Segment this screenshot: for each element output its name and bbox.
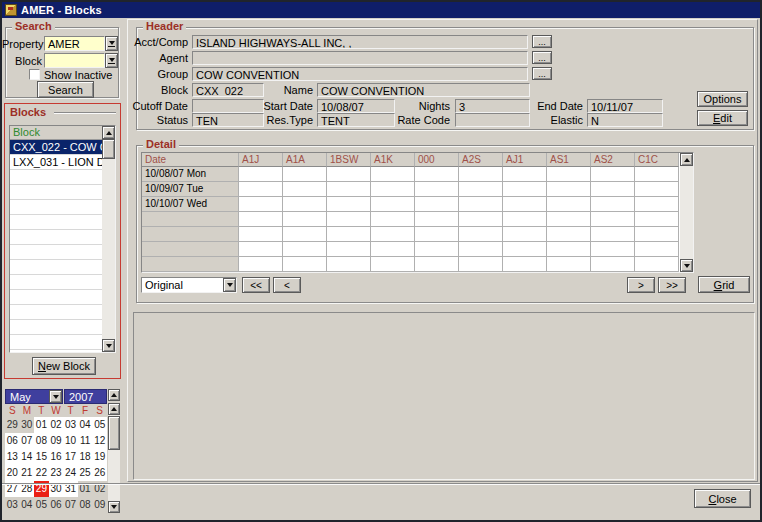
detail-data-cell[interactable] <box>635 212 679 227</box>
calendar-month-dropdown-button[interactable] <box>49 390 62 403</box>
calendar-day[interactable]: 04 <box>78 417 93 433</box>
calendar-day[interactable]: 07 <box>63 497 78 513</box>
detail-data-cell[interactable] <box>503 227 547 242</box>
scrollbar-thumb[interactable] <box>102 139 115 159</box>
calendar-day[interactable]: 29 <box>5 417 20 433</box>
calendar-scrollbar[interactable] <box>108 403 120 513</box>
block-list-item[interactable]: LXX_031 - LION DO <box>10 155 103 170</box>
calendar-day[interactable]: 12 <box>92 433 107 449</box>
detail-data-cell[interactable] <box>459 212 503 227</box>
rate-code-field[interactable] <box>455 113 530 127</box>
detail-data-cell[interactable] <box>635 167 679 182</box>
block-list-item[interactable] <box>10 335 103 350</box>
calendar-day[interactable]: 25 <box>78 465 93 481</box>
detail-data-cell[interactable] <box>327 242 371 257</box>
detail-data-cell[interactable] <box>459 242 503 257</box>
detail-data-cell[interactable] <box>503 257 547 272</box>
next-page-button[interactable]: > <box>627 277 655 293</box>
detail-data-cell[interactable] <box>283 167 327 182</box>
block-list-item[interactable] <box>10 215 103 230</box>
last-page-button[interactable]: >> <box>658 277 686 293</box>
new-block-button[interactable]: New Block <box>32 357 96 375</box>
name-field[interactable]: COW CONVENTION <box>317 83 530 97</box>
calendar-day[interactable]: 01 <box>34 417 49 433</box>
scroll-down-button[interactable] <box>108 501 120 513</box>
detail-data-cell[interactable] <box>591 182 635 197</box>
property-input[interactable]: AMER <box>44 36 105 51</box>
detail-data-cell[interactable] <box>635 197 679 212</box>
acct-comp-browse-button[interactable]: ... <box>532 35 552 48</box>
calendar-day[interactable]: 16 <box>49 449 64 465</box>
detail-data-cell[interactable] <box>591 227 635 242</box>
detail-data-cell[interactable] <box>327 167 371 182</box>
block-list-item[interactable] <box>10 170 103 185</box>
detail-data-cell[interactable] <box>547 257 591 272</box>
block-list-item[interactable] <box>10 275 103 290</box>
calendar-day[interactable]: 09 <box>49 433 64 449</box>
detail-data-cell[interactable] <box>635 242 679 257</box>
detail-data-cell[interactable] <box>239 197 283 212</box>
calendar-day[interactable]: 24 <box>63 465 78 481</box>
calendar-year-field[interactable]: 2007 <box>64 389 107 404</box>
calendar-day[interactable]: 03 <box>5 497 20 513</box>
detail-data-cell[interactable] <box>239 167 283 182</box>
detail-data-cell[interactable] <box>415 197 459 212</box>
detail-data-cell[interactable] <box>635 227 679 242</box>
detail-data-cell[interactable] <box>239 212 283 227</box>
calendar-day[interactable]: 08 <box>78 497 93 513</box>
detail-data-cell[interactable] <box>459 167 503 182</box>
detail-data-cell[interactable] <box>283 182 327 197</box>
blocks-list-scrollbar[interactable] <box>102 126 115 352</box>
detail-data-cell[interactable] <box>371 182 415 197</box>
detail-data-cell[interactable] <box>591 257 635 272</box>
agent-field[interactable] <box>192 51 528 65</box>
calendar-day[interactable]: 10 <box>63 433 78 449</box>
options-button[interactable]: Options <box>697 91 748 107</box>
detail-data-cell[interactable] <box>239 242 283 257</box>
calendar-day[interactable]: 06 <box>49 497 64 513</box>
block-list-item[interactable] <box>10 200 103 215</box>
detail-data-cell[interactable] <box>327 227 371 242</box>
detail-data-cell[interactable] <box>415 227 459 242</box>
detail-data-cell[interactable] <box>459 257 503 272</box>
detail-data-cell[interactable] <box>547 227 591 242</box>
end-date-field[interactable]: 10/11/07 <box>587 99 663 113</box>
block-search-input[interactable] <box>44 53 105 68</box>
agent-browse-button[interactable]: ... <box>532 51 552 64</box>
detail-data-cell[interactable] <box>591 167 635 182</box>
scroll-down-button[interactable] <box>102 339 115 352</box>
show-inactive-checkbox[interactable] <box>29 69 40 80</box>
detail-data-cell[interactable] <box>283 242 327 257</box>
detail-data-cell[interactable] <box>503 182 547 197</box>
detail-table-scrollbar[interactable] <box>680 153 693 272</box>
detail-data-cell[interactable] <box>371 197 415 212</box>
detail-data-cell[interactable] <box>371 242 415 257</box>
title-bar[interactable]: AMER - Blocks <box>2 2 760 18</box>
detail-data-cell[interactable] <box>547 212 591 227</box>
calendar-day[interactable]: 06 <box>5 433 20 449</box>
detail-data-cell[interactable] <box>283 212 327 227</box>
detail-data-cell[interactable] <box>239 182 283 197</box>
detail-data-cell[interactable] <box>547 197 591 212</box>
detail-data-cell[interactable] <box>503 197 547 212</box>
block-list-item[interactable] <box>10 260 103 275</box>
detail-data-cell[interactable] <box>459 227 503 242</box>
calendar-day[interactable]: 17 <box>63 449 78 465</box>
acct-comp-field[interactable]: ISLAND HIGHWAYS-ALL INC, , <box>192 35 528 49</box>
calendar-day[interactable]: 30 <box>20 417 35 433</box>
detail-data-cell[interactable] <box>415 212 459 227</box>
block-list-item[interactable] <box>10 290 103 305</box>
detail-data-cell[interactable] <box>371 227 415 242</box>
detail-data-cell[interactable] <box>635 182 679 197</box>
calendar-day[interactable]: 15 <box>34 449 49 465</box>
block-list-item[interactable] <box>10 305 103 320</box>
res-type-field[interactable]: TENT <box>317 113 395 127</box>
block-list-item[interactable]: CXX_022 - COW CONVEN <box>10 140 103 155</box>
scroll-down-button[interactable] <box>680 259 693 272</box>
group-field[interactable]: COW CONVENTION <box>192 67 528 81</box>
calendar-day[interactable]: 02 <box>49 417 64 433</box>
detail-data-cell[interactable] <box>371 212 415 227</box>
calendar-day[interactable]: 21 <box>20 465 35 481</box>
detail-data-cell[interactable] <box>415 242 459 257</box>
scrollbar-thumb[interactable] <box>108 416 120 450</box>
